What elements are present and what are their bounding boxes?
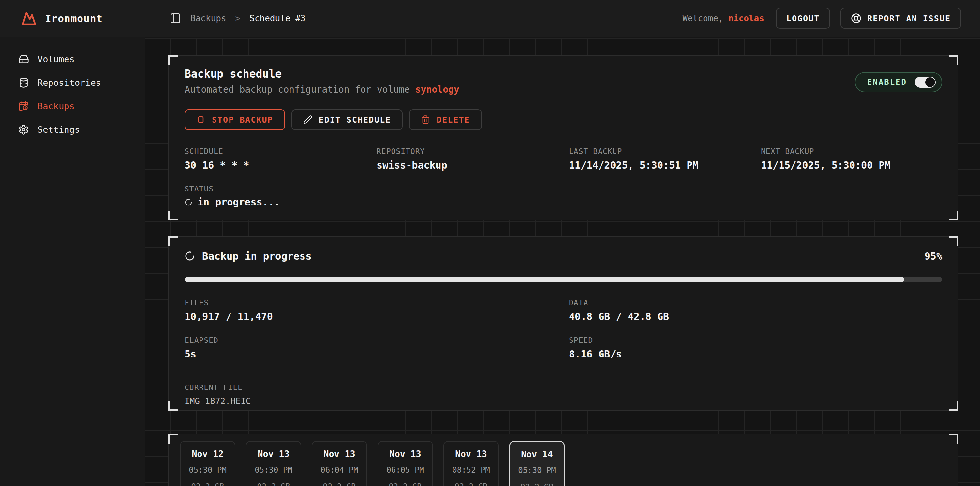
lifebuoy-icon [851, 13, 861, 24]
field-next-backup: NEXT BACKUP 11/15/2025, 5:30:00 PM [761, 147, 942, 171]
corner-bracket [949, 434, 958, 444]
sidebar-item-backups[interactable]: Backups [0, 96, 145, 116]
corner-bracket [168, 211, 178, 220]
corner-bracket [949, 401, 958, 411]
delete-button[interactable]: DELETE [409, 109, 482, 130]
logout-button[interactable]: LOGOUT [776, 8, 830, 29]
app-title: Ironmount [45, 13, 103, 24]
history-entry[interactable]: Nov 13 08:52 PM 92.2 GB [443, 441, 499, 486]
field-repository: REPOSITORY swiss-backup [377, 147, 569, 171]
sidebar-toggle-icon[interactable] [170, 13, 181, 24]
stat-data: DATA 40.8 GB / 42.8 GB [569, 298, 942, 322]
ironmount-logo-icon [20, 9, 38, 28]
welcome-text: Welcome, nicolas [682, 13, 764, 23]
toggle-switch[interactable] [915, 76, 935, 88]
breadcrumb-current: Schedule #3 [250, 13, 305, 23]
progress-bar [185, 277, 942, 282]
field-status: STATUS in progress... [185, 185, 942, 208]
corner-bracket [949, 211, 958, 220]
schedule-fields: SCHEDULE 30 16 * * * REPOSITORY swiss-ba… [185, 147, 942, 171]
sidebar-item-label: Backups [38, 101, 75, 111]
sidebar: Volumes Repositories Backups [0, 37, 145, 486]
stop-icon [196, 115, 205, 124]
corner-bracket [949, 55, 958, 65]
history-entry[interactable]: Nov 13 05:30 PM 92.2 GB [246, 441, 301, 486]
progress-fill [185, 277, 904, 282]
database-icon [18, 77, 29, 88]
corner-bracket [168, 434, 178, 444]
enabled-label: ENABLED [867, 78, 907, 87]
schedule-heading: Backup schedule Automated backup configu… [185, 67, 459, 95]
current-file-value: IMG_1872.HEIC [185, 396, 942, 406]
history-entry-selected[interactable]: Nov 14 05:30 PM 92.2 GB [509, 441, 565, 486]
history-list: Nov 12 05:30 PM 92.2 GB Nov 13 05:30 PM … [180, 441, 947, 486]
current-file: CURRENT FILE IMG_1872.HEIC [185, 383, 942, 406]
card-subtitle: Automated backup configuration for volum… [185, 84, 459, 95]
stat-files: FILES 10,917 / 11,470 [185, 298, 569, 322]
sidebar-item-label: Settings [38, 124, 80, 135]
spinner-icon [185, 198, 192, 206]
volume-name: synology [415, 84, 459, 95]
corner-bracket [949, 236, 958, 246]
username: nicolas [728, 13, 764, 23]
header-right: Welcome, nicolas LOGOUT REPORT AN ISSUE [682, 0, 961, 37]
sidebar-item-label: Repositories [38, 78, 101, 88]
progress-stats: FILES 10,917 / 11,470 DATA 40.8 GB / 42.… [185, 298, 942, 360]
progress-title: Backup in progress [202, 250, 312, 262]
pencil-icon [303, 115, 312, 124]
gear-icon [18, 124, 29, 135]
divider [185, 375, 942, 375]
sidebar-item-settings[interactable]: Settings [0, 120, 145, 140]
breadcrumb-separator: > [235, 13, 240, 23]
breadcrumb-backups[interactable]: Backups [190, 13, 226, 23]
spinner-icon [185, 251, 195, 261]
hard-drive-icon [18, 54, 29, 65]
stat-elapsed: ELAPSED 5s [185, 336, 569, 360]
history-entry[interactable]: Nov 12 05:30 PM 92.2 GB [180, 441, 235, 486]
history-entry[interactable]: Nov 13 06:05 PM 92.2 GB [377, 441, 433, 486]
toggle-knob [925, 77, 935, 87]
sidebar-item-volumes[interactable]: Volumes [0, 49, 145, 69]
card-title: Backup schedule [185, 67, 459, 80]
schedule-actions: STOP BACKUP EDIT SCHEDULE [185, 109, 942, 130]
calendar-clock-icon [18, 101, 29, 112]
main-content: Backup schedule Automated backup configu… [145, 38, 980, 486]
status-value: in progress... [197, 196, 280, 208]
trash-icon [421, 115, 430, 124]
breadcrumb: Backups > Schedule #3 [170, 0, 305, 37]
edit-schedule-button[interactable]: EDIT SCHEDULE [291, 109, 403, 130]
sidebar-item-label: Volumes [38, 54, 75, 64]
report-issue-button[interactable]: REPORT AN ISSUE [840, 8, 961, 29]
top-bar: Ironmount Backups > Schedule #3 Welcome,… [0, 0, 980, 37]
stat-speed: SPEED 8.16 GB/s [569, 336, 942, 360]
corner-bracket [168, 236, 178, 246]
progress-percent: 95% [924, 250, 942, 262]
history-entry[interactable]: Nov 13 06:04 PM 92.2 GB [312, 441, 367, 486]
corner-bracket [168, 401, 178, 411]
field-last-backup: LAST BACKUP 11/14/2025, 5:30:51 PM [569, 147, 761, 171]
backup-progress-card: Backup in progress 95% FILES 10,917 / 11… [168, 236, 958, 411]
enabled-toggle[interactable]: ENABLED [855, 72, 942, 92]
brand: Ironmount [20, 0, 103, 37]
corner-bracket [168, 55, 178, 65]
field-schedule: SCHEDULE 30 16 * * * [185, 147, 377, 171]
sidebar-item-repositories[interactable]: Repositories [0, 72, 145, 92]
stop-backup-button[interactable]: STOP BACKUP [185, 109, 285, 130]
backup-schedule-card: Backup schedule Automated backup configu… [168, 55, 958, 220]
backup-history-card: Nov 12 05:30 PM 92.2 GB Nov 13 05:30 PM … [168, 434, 958, 486]
